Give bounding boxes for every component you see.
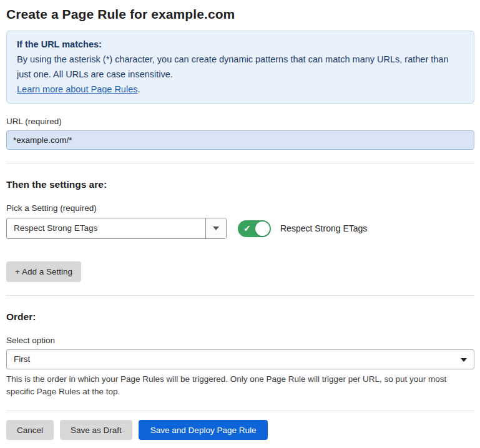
cancel-button[interactable]: Cancel [6,420,54,440]
order-select[interactable]: First [6,349,474,369]
setting-select-value: Respect Strong ETags [7,218,205,238]
order-section-heading: Order: [6,311,474,323]
save-draft-button[interactable]: Save as Draft [60,420,132,440]
settings-section-heading: Then the settings are: [6,179,474,190]
checkmark-icon: ✓ [243,224,251,233]
divider [6,295,474,296]
save-deploy-button[interactable]: Save and Deploy Page Rule [139,420,268,440]
info-box-heading: If the URL matches: [17,37,464,52]
order-select-label: Select option [6,336,474,345]
chevron-down-icon [461,358,467,362]
toggle-knob [255,222,270,236]
pick-setting-label: Pick a Setting (required) [6,203,474,213]
setting-row: Respect Strong ETags ✓ Respect Strong ET… [6,218,474,239]
divider [6,163,474,163]
url-field-label: URL (required) [6,117,474,126]
url-match-info-box: If the URL matches: By using the asteris… [6,31,474,104]
add-setting-button[interactable]: + Add a Setting [6,261,81,282]
page-rule-form: Create a Page Rule for example.com If th… [0,0,480,448]
order-help-text: This is the order in which your Page Rul… [6,373,471,397]
page-title: Create a Page Rule for example.com [6,7,474,22]
setting-toggle[interactable]: ✓ [238,220,271,237]
info-box-body: By using the asterisk (*) character, you… [17,52,464,82]
divider [6,411,474,411]
footer-actions: Cancel Save as Draft Save and Deploy Pag… [6,420,474,440]
info-box-link-line: Learn more about Page Rules. [17,82,464,97]
order-select-value: First [14,354,30,364]
setting-select[interactable]: Respect Strong ETags [6,218,227,239]
chevron-down-icon [213,226,219,230]
toggle-label: Respect Strong ETags [280,223,367,233]
link-suffix: . [137,84,140,94]
setting-select-arrow-button[interactable] [205,218,226,238]
url-input[interactable] [6,130,474,150]
learn-more-link[interactable]: Learn more about Page Rules [17,84,137,94]
